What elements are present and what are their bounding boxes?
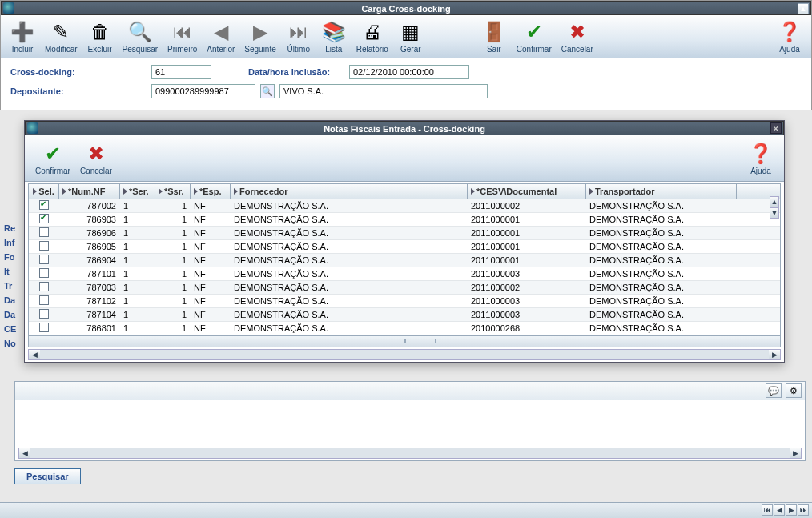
col-sel[interactable]: Sel.	[29, 184, 59, 199]
col-ser[interactable]: *Ser.	[120, 184, 155, 199]
cross-docking-field[interactable]	[151, 65, 211, 79]
grid-v-scrollbar[interactable]: ▲ ▼	[769, 196, 780, 219]
depositante-search-button[interactable]: 🔍	[260, 84, 275, 98]
col-num-nf[interactable]: *Num.NF	[59, 184, 120, 199]
row-checkbox[interactable]	[39, 323, 49, 332]
modal-confirmar-button[interactable]: ✔Confirmar	[31, 139, 74, 178]
row-checkbox[interactable]	[39, 214, 49, 223]
row-checkbox[interactable]	[39, 282, 49, 291]
grid-body: 78700211NFDEMONSTRAÇÃO S.A.2011000002DEM…	[29, 199, 780, 335]
table-row[interactable]: 78690511NFDEMONSTRAÇÃO S.A.2011000001DEM…	[29, 240, 780, 254]
help-icon: ❓	[748, 141, 774, 167]
col-transportador[interactable]: Transportador	[586, 184, 737, 199]
cell-nf: 786903	[59, 215, 120, 224]
excluir-button[interactable]: 🗑Excluir	[83, 17, 117, 56]
table-row[interactable]: 78700211NFDEMONSTRAÇÃO S.A.2011000002DEM…	[29, 199, 780, 213]
row-checkbox[interactable]	[39, 295, 49, 305]
cell-transportador: DEMONSTRAÇÃO S.A.	[586, 255, 737, 265]
modal-ajuda-button[interactable]: ❓Ajuda	[744, 139, 778, 178]
printer-icon: 🖨	[360, 19, 385, 45]
row-checkbox[interactable]	[39, 309, 49, 319]
scroll-right-icon[interactable]: ▶	[769, 350, 780, 359]
table-row[interactable]: 78680111NFDEMONSTRAÇÃO S.A.2010000268DEM…	[29, 322, 780, 335]
bottom-panel: 💬 ⚙ ◀ ▶	[14, 381, 806, 461]
table-row[interactable]: 78700311NFDEMONSTRAÇÃO S.A.2011000002DEM…	[29, 281, 780, 295]
gerar-button[interactable]: ▦Gerar	[394, 17, 428, 56]
depositante-name-field[interactable]	[279, 84, 488, 98]
col-cesv[interactable]: *CESV\Documental	[468, 184, 586, 199]
sort-icon	[123, 188, 127, 195]
row-checkbox[interactable]	[39, 241, 49, 251]
nav-first-icon[interactable]: ⏮	[762, 504, 773, 516]
nav-last-icon[interactable]: ⏭	[798, 504, 809, 516]
scroll-left-icon[interactable]: ◀	[19, 448, 30, 458]
row-checkbox[interactable]	[39, 200, 49, 210]
depositante-label: Depositante:	[10, 86, 147, 96]
table-row[interactable]: 78710211NFDEMONSTRAÇÃO S.A.2011000003DEM…	[29, 295, 780, 308]
lista-button[interactable]: 📚Lista	[317, 17, 351, 56]
sair-button[interactable]: 🚪Sair	[477, 17, 511, 56]
cell-fornecedor: DEMONSTRAÇÃO S.A.	[231, 310, 468, 319]
anterior-button[interactable]: ◀Anterior	[203, 17, 239, 56]
scroll-left-icon[interactable]: ◀	[29, 350, 40, 359]
modal-toolbar: ✔Confirmar ✖Cancelar ❓Ajuda	[25, 135, 784, 182]
table-row[interactable]: 78690411NFDEMONSTRAÇÃO S.A.2011000001DEM…	[29, 254, 780, 267]
cell-transportador: DEMONSTRAÇÃO S.A.	[586, 228, 737, 238]
modal-close-button[interactable]: ✕	[770, 122, 782, 134]
col-esp[interactable]: *Esp.	[191, 184, 231, 199]
app-icon	[27, 122, 38, 134]
data-hora-label: Data/hora inclusão:	[248, 67, 344, 77]
row-checkbox[interactable]	[39, 268, 49, 278]
cell-fornecedor: DEMONSTRAÇÃO S.A.	[231, 283, 468, 292]
nav-prev-icon[interactable]: ◀	[774, 504, 785, 516]
col-ssr[interactable]: *Ssr.	[155, 184, 191, 199]
sort-icon	[33, 188, 37, 195]
ajuda-button[interactable]: ❓Ajuda	[773, 17, 806, 56]
scroll-up-icon[interactable]: ▲	[798, 3, 809, 14]
ultimo-button[interactable]: ⏭Último	[282, 17, 316, 56]
table-row[interactable]: 78690611NFDEMONSTRAÇÃO S.A.2011000001DEM…	[29, 227, 780, 240]
table-row[interactable]: 78710411NFDEMONSTRAÇÃO S.A.2011000003DEM…	[29, 308, 780, 322]
cell-nf: 787102	[59, 296, 120, 306]
cell-ser: 1	[120, 255, 155, 265]
scroll-up-icon[interactable]: ▲	[770, 196, 779, 207]
grid-header: Sel. *Num.NF *Ser. *Ssr. *Esp. Fornecedo…	[29, 184, 780, 199]
bottom-h-scrollbar[interactable]: ◀ ▶	[18, 448, 802, 459]
seguinte-button[interactable]: ▶Seguinte	[240, 17, 279, 56]
col-fornecedor[interactable]: Fornecedor	[231, 184, 468, 199]
main-window: Carga Cross-docking ▲ ➕Incluir ✎Modifica…	[0, 0, 812, 110]
cell-esp: NF	[191, 283, 231, 292]
status-bar: ⏮ ◀ ▶ ⏭	[0, 502, 812, 518]
modal-titlebar[interactable]: Notas Fiscais Entrada - Cross-docking ✕	[25, 121, 784, 135]
table-row[interactable]: 78710111NFDEMONSTRAÇÃO S.A.2011000003DEM…	[29, 267, 780, 281]
relatorio-button[interactable]: 🖨Relatório	[352, 17, 392, 56]
pesquisar-button[interactable]: 🔍Pesquisar	[119, 17, 162, 56]
pesquisar-bottom-button[interactable]: Pesquisar	[14, 468, 81, 484]
table-row[interactable]: 78690311NFDEMONSTRAÇÃO S.A.2011000001DEM…	[29, 213, 780, 227]
data-hora-field[interactable]	[349, 65, 469, 79]
row-checkbox[interactable]	[39, 227, 49, 237]
settings-button[interactable]: ⚙	[786, 383, 802, 398]
main-window-titlebar[interactable]: Carga Cross-docking ▲	[1, 1, 811, 15]
scroll-down-icon[interactable]: ▼	[770, 207, 779, 219]
bottom-panel-toolbar: 💬 ⚙	[15, 382, 805, 400]
primeiro-button[interactable]: ⏮Primeiro	[163, 17, 201, 56]
incluir-button[interactable]: ➕Incluir	[6, 17, 39, 56]
confirmar-button[interactable]: ✔Confirmar	[513, 17, 556, 56]
cancelar-button[interactable]: ✖Cancelar	[557, 17, 597, 56]
chat-button[interactable]: 💬	[766, 383, 782, 398]
trash-icon: 🗑	[87, 19, 113, 45]
resize-grip-icon[interactable]	[404, 339, 436, 343]
cell-esp: NF	[191, 296, 231, 306]
modal-cancelar-button[interactable]: ✖Cancelar	[76, 139, 116, 178]
cell-ser: 1	[120, 323, 155, 333]
row-checkbox[interactable]	[39, 255, 49, 264]
modificar-button[interactable]: ✎Modificar	[41, 17, 82, 56]
cell-transportador: DEMONSTRAÇÃO S.A.	[586, 215, 737, 224]
nav-next-icon[interactable]: ▶	[786, 504, 797, 516]
side-labels: ReInfFo ItTrDa DaCENo	[4, 221, 16, 351]
depositante-code-field[interactable]	[151, 84, 255, 98]
cell-ssr: 1	[155, 201, 191, 211]
scroll-right-icon[interactable]: ▶	[790, 448, 801, 458]
grid-h-scrollbar[interactable]: ◀ ▶	[28, 349, 781, 360]
